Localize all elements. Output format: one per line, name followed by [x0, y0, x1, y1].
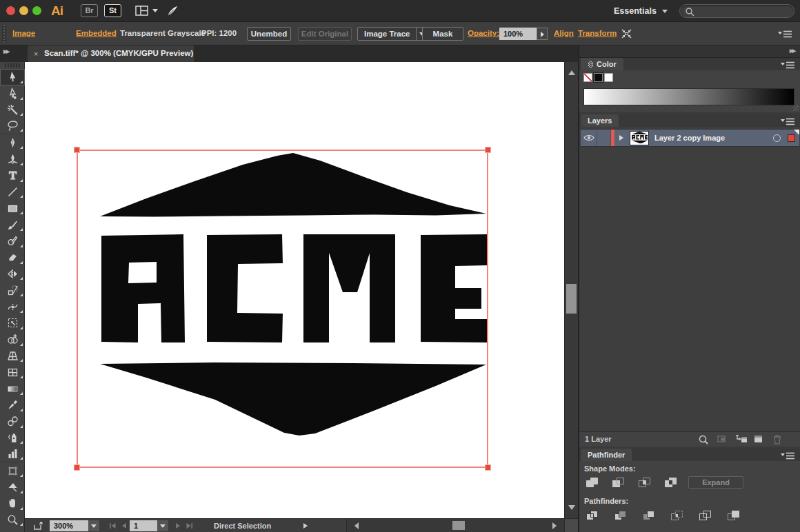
hand-tool[interactable]	[0, 495, 25, 512]
image-trace-button[interactable]: Image Trace	[357, 27, 428, 41]
unite-button[interactable]	[583, 475, 601, 489]
magic-wand-tool[interactable]	[0, 102, 25, 119]
bridge-button[interactable]: Br	[81, 4, 98, 17]
layers-panel-tab[interactable]: Layers	[581, 114, 619, 127]
width-tool[interactable]	[0, 298, 25, 315]
eraser-tool[interactable]	[0, 249, 25, 266]
layers-panel-menu-icon[interactable]	[781, 118, 794, 125]
selection-bounding-box[interactable]	[77, 150, 488, 468]
unembed-button[interactable]: Unembed	[247, 27, 291, 41]
close-window-button[interactable]	[6, 6, 15, 15]
feather-icon[interactable]	[166, 4, 179, 18]
grayscale-ramp[interactable]	[583, 88, 794, 105]
clipping-mask-icon[interactable]	[717, 434, 728, 444]
free-transform-tool[interactable]	[0, 315, 25, 331]
eyedropper-tool[interactable]	[0, 397, 25, 413]
edit-original-button[interactable]: Edit Original	[298, 27, 352, 41]
shape-builder-tool[interactable]	[0, 331, 25, 348]
layer-visibility-toggle[interactable]	[581, 130, 597, 146]
artboard-tool[interactable]	[0, 462, 25, 479]
layer-expand-arrow[interactable]	[619, 135, 626, 141]
toolbar-collapse-icon[interactable]: ▸▸	[3, 47, 8, 56]
new-sublayer-icon[interactable]	[735, 434, 748, 444]
next-artboard-button[interactable]	[175, 522, 181, 529]
layer-selection-chip[interactable]	[788, 134, 795, 142]
zoom-dropdown-arrow[interactable]	[88, 520, 99, 531]
opacity-link[interactable]: Opacity:	[468, 29, 499, 37]
last-artboard-button[interactable]	[186, 522, 193, 529]
color-panel-tab[interactable]: Color	[581, 58, 623, 70]
divide-button[interactable]	[583, 508, 601, 522]
column-graph-tool[interactable]	[0, 446, 25, 462]
merge-button[interactable]	[640, 508, 657, 522]
transform-link[interactable]: Transform	[578, 29, 617, 37]
artboard-canvas[interactable]	[25, 62, 564, 518]
zoom-tool[interactable]	[0, 512, 25, 529]
artboard-number-input[interactable]: 1	[130, 520, 157, 531]
minimize-window-button[interactable]	[19, 6, 28, 15]
vertical-scrollbar[interactable]	[564, 62, 578, 518]
control-bar-grip[interactable]	[2, 25, 6, 43]
slice-tool[interactable]	[0, 479, 25, 495]
zoom-level-input[interactable]: 300%	[50, 520, 88, 531]
layer-target-icon[interactable]	[773, 134, 781, 142]
selection-tool[interactable]	[0, 69, 25, 85]
bbox-handle-top-left[interactable]	[74, 147, 79, 152]
bbox-handle-bottom-right[interactable]	[486, 465, 490, 470]
horizontal-scrollbar-thumb[interactable]	[452, 521, 465, 530]
layer-name[interactable]: Layer 2 copy Image	[654, 134, 773, 142]
layer-lock-toggle[interactable]	[597, 130, 611, 146]
mesh-tool[interactable]	[0, 364, 25, 380]
bbox-handle-top-right[interactable]	[486, 147, 490, 152]
color-panel-menu-icon[interactable]	[781, 61, 794, 69]
intersect-button[interactable]	[636, 475, 653, 489]
delete-layer-icon[interactable]	[772, 434, 782, 444]
scroll-left-icon[interactable]	[351, 522, 359, 529]
color-panel-resize-grip[interactable]	[793, 105, 799, 111]
expand-button[interactable]: Expand	[688, 476, 743, 489]
arrange-documents-icon[interactable]	[135, 6, 149, 17]
scroll-up-icon[interactable]	[568, 67, 575, 75]
trim-button[interactable]	[612, 508, 629, 522]
rectangle-tool[interactable]	[0, 200, 25, 216]
blend-tool[interactable]	[0, 413, 25, 430]
opacity-input[interactable]: 100%	[499, 28, 537, 40]
document-tab[interactable]: × Scan.tiff* @ 300% (CMYK/GPU Preview)	[28, 45, 194, 62]
first-artboard-button[interactable]	[109, 522, 117, 529]
mask-button[interactable]: Mask	[422, 27, 463, 41]
shaper-tool[interactable]	[0, 233, 25, 249]
search-input[interactable]	[679, 4, 794, 18]
exclude-button[interactable]	[662, 475, 679, 489]
dock-collapse-icon[interactable]: ▸▸	[790, 46, 794, 55]
scroll-down-icon[interactable]	[568, 505, 575, 513]
pathfinder-panel-menu-icon[interactable]	[781, 452, 794, 460]
layer-thumbnail[interactable]	[630, 131, 649, 145]
image-link[interactable]: Image	[12, 29, 35, 37]
prev-artboard-button[interactable]	[121, 522, 127, 529]
arrange-documents-caret[interactable]	[152, 9, 158, 15]
embedded-link[interactable]: Embedded	[76, 29, 117, 37]
crop-button[interactable]	[668, 508, 686, 522]
none-swatch[interactable]	[583, 73, 592, 82]
gradient-tool[interactable]	[0, 380, 25, 397]
scale-tool[interactable]	[0, 282, 25, 298]
outline-button[interactable]	[697, 508, 714, 522]
tab-close-icon[interactable]: ×	[34, 50, 38, 58]
black-swatch[interactable]	[594, 73, 603, 82]
share-icon[interactable]	[33, 522, 43, 531]
type-tool[interactable]: T	[0, 167, 25, 184]
curvature-tool[interactable]	[0, 151, 25, 167]
workspace-caret[interactable]	[662, 10, 668, 16]
rotate-tool[interactable]	[0, 266, 25, 283]
minus-front-button[interactable]	[610, 475, 627, 489]
opacity-dropdown-arrow[interactable]	[537, 28, 548, 40]
new-layer-icon[interactable]	[753, 434, 764, 444]
white-swatch[interactable]	[604, 73, 613, 82]
isolate-selected-icon[interactable]	[621, 28, 632, 39]
horizontal-scrollbar[interactable]	[346, 519, 564, 532]
workspace-switcher[interactable]: Essentials	[614, 6, 657, 16]
pen-tool[interactable]	[0, 134, 25, 151]
direct-selection-tool[interactable]	[0, 85, 25, 102]
pathfinder-panel-tab[interactable]: Pathfinder	[581, 449, 632, 461]
bbox-handle-bottom-left[interactable]	[74, 465, 79, 470]
